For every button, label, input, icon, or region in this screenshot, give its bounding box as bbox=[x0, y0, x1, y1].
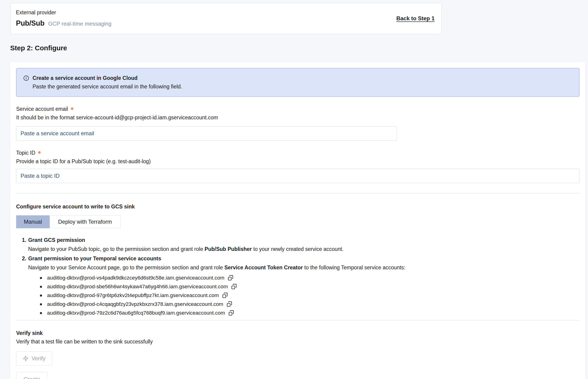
copy-icon[interactable] bbox=[228, 310, 235, 316]
provider-eyebrow: External provider bbox=[16, 9, 111, 16]
provider-name: Pub/Sub bbox=[16, 18, 45, 28]
configure-card: Create a service account in Google Cloud… bbox=[10, 61, 586, 379]
info-alert-title: Create a service account in Google Cloud bbox=[32, 75, 182, 82]
service-account-email-input[interactable] bbox=[16, 126, 397, 141]
step-2-heading: 2.Grant permission to your Temporal serv… bbox=[22, 255, 579, 262]
copy-icon[interactable] bbox=[221, 292, 229, 299]
temporal-service-account-list: auditlog-dktxv@prod-vs4padk9dkczcey6d6st… bbox=[40, 273, 579, 317]
service-account-email-label: Service account email bbox=[16, 106, 579, 113]
list-item: auditlog-dktxv@prod-97gr6tp6zkv2t4epubff… bbox=[40, 291, 579, 300]
topic-id-label-text: Topic ID bbox=[16, 150, 35, 156]
step-2-title: Grant permission to your Temporal servic… bbox=[28, 255, 161, 262]
bullet-icon bbox=[40, 312, 42, 314]
section-divider bbox=[16, 193, 579, 193]
verify-sink-helper: Verify that a test file can be written t… bbox=[16, 338, 579, 345]
step-1-body: Navigate to your PubSub topic, go to the… bbox=[28, 246, 579, 253]
step-1-title: Grant GCS permission bbox=[28, 237, 85, 243]
verify-button-label: Verify bbox=[32, 355, 46, 362]
service-account-email: auditlog-dktxv@prod-97gr6tp6zkv2t4epubff… bbox=[47, 292, 219, 299]
tab-manual[interactable]: Manual bbox=[16, 215, 50, 228]
service-account-email: auditlog-dktxv@prod-vs4padk9dkczcey6d6st… bbox=[47, 274, 224, 281]
manual-steps: 1.Grant GCS permission Navigate to your … bbox=[22, 237, 579, 317]
topic-id-label: Topic ID bbox=[16, 149, 579, 157]
list-item: auditlog-dktxv@prod-c4cqaqgbfzy23vpzkbxz… bbox=[40, 300, 579, 309]
zap-icon bbox=[23, 355, 29, 362]
copy-icon[interactable] bbox=[226, 301, 233, 308]
service-account-email: auditlog-dktxv@prod-sbe56h6wr4sykaw47a6y… bbox=[47, 283, 228, 290]
info-alert-text: Create a service account in Google Cloud… bbox=[32, 75, 182, 90]
copy-icon[interactable] bbox=[231, 283, 237, 290]
step-1-body-prefix: Navigate to your PubSub topic, go to the… bbox=[28, 246, 205, 252]
list-item: auditlog-dktxv@prod-vs4padk9dkczcey6d6st… bbox=[40, 273, 579, 282]
step-1-role-name: Pub/Sub Publisher bbox=[205, 246, 252, 252]
provider-title-row: Pub/Sub GCP real-time messaging bbox=[16, 18, 111, 28]
create-button-label: Create bbox=[24, 376, 40, 379]
service-account-email-helper: It should be in the format service-accou… bbox=[16, 114, 579, 121]
sink-section-title: Configure service account to write to GC… bbox=[16, 203, 579, 210]
provider-meta: External provider Pub/Sub GCP real-time … bbox=[16, 9, 111, 28]
service-account-email-label-text: Service account email bbox=[16, 106, 68, 112]
step-2-role-name: Service Account Token Creator bbox=[224, 265, 303, 270]
step-2-number: 2. bbox=[22, 255, 26, 262]
topic-id-input[interactable] bbox=[16, 169, 579, 183]
provider-card: External provider Pub/Sub GCP real-time … bbox=[11, 3, 442, 34]
required-dot bbox=[71, 107, 73, 110]
copy-icon[interactable] bbox=[227, 274, 234, 281]
bullet-icon bbox=[40, 286, 42, 288]
info-icon bbox=[23, 75, 29, 81]
topic-id-helper: Provide a topic ID for a Pub/Sub topic (… bbox=[16, 158, 579, 165]
list-item: auditlog-dktxv@prod-79z2c6d76au6g5fcq768… bbox=[40, 309, 579, 317]
info-alert-body: Paste the generated service account emai… bbox=[32, 83, 182, 90]
step-1-number: 1. bbox=[22, 237, 26, 244]
verify-sink-title: Verify sink bbox=[16, 330, 579, 337]
sink-method-tabs: Manual Deploy with Terraform bbox=[16, 215, 579, 228]
list-item: auditlog-dktxv@prod-sbe56h6wr4sykaw47a6y… bbox=[40, 282, 579, 291]
bullet-icon bbox=[40, 303, 42, 305]
create-button[interactable]: Create bbox=[16, 372, 47, 379]
step-2-body-suffix: to the following Temporal service accoun… bbox=[303, 265, 405, 270]
info-alert: Create a service account in Google Cloud… bbox=[16, 68, 579, 97]
bullet-icon bbox=[40, 277, 42, 279]
service-account-email: auditlog-dktxv@prod-79z2c6d76au6g5fcq768… bbox=[47, 310, 225, 316]
step-1-heading: 1.Grant GCS permission bbox=[22, 237, 579, 244]
bullet-icon bbox=[40, 295, 42, 297]
verify-button[interactable]: Verify bbox=[16, 351, 52, 366]
step-2-body-prefix: Navigate to your Service Account page, g… bbox=[28, 265, 224, 270]
tab-deploy-terraform[interactable]: Deploy with Terraform bbox=[50, 215, 121, 228]
provider-subtitle: GCP real-time messaging bbox=[48, 20, 111, 28]
required-dot bbox=[38, 151, 41, 154]
step-1-body-suffix: to your newly created service account. bbox=[252, 246, 344, 252]
section-divider bbox=[16, 320, 579, 320]
step-2-body: Navigate to your Service Account page, g… bbox=[28, 264, 579, 271]
back-to-step-1-link[interactable]: Back to Step 1 bbox=[396, 15, 434, 22]
service-account-email: auditlog-dktxv@prod-c4cqaqgbfzy23vpzkbxz… bbox=[47, 301, 223, 308]
page-title: Step 2: Configure bbox=[10, 43, 588, 53]
